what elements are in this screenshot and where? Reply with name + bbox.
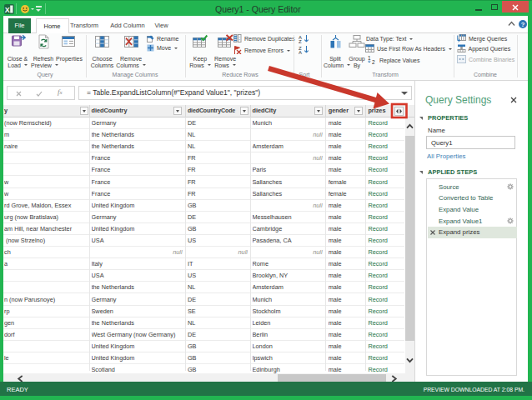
svg-text:2: 2	[372, 59, 375, 64]
svg-text:Z: Z	[299, 39, 302, 43]
svg-text:X: X	[5, 5, 10, 13]
svg-text:1: 1	[368, 55, 371, 61]
svg-text:?: ?	[521, 21, 525, 28]
svg-text:A: A	[299, 50, 302, 54]
